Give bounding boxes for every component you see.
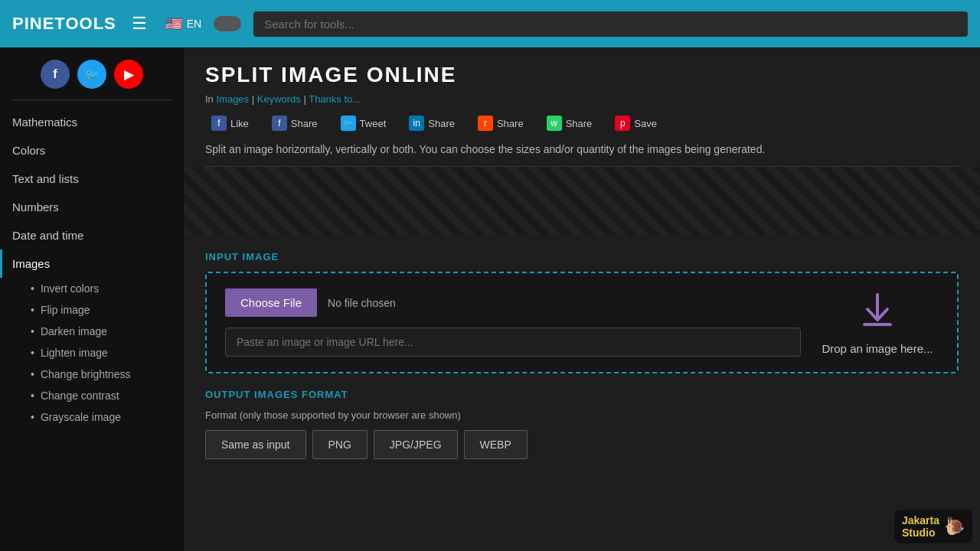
jakarta-line2: Studio — [902, 527, 939, 539]
share-reddit-label: Share — [497, 118, 524, 129]
share-linkedin[interactable]: in Share — [403, 112, 461, 134]
main-layout: f 🐦 ▶ Mathematics Colors Text and lists … — [0, 47, 980, 551]
breadcrumb-images-link[interactable]: Images — [216, 93, 249, 105]
logo-pine: PINE — [12, 14, 54, 33]
share-pinterest-label: Save — [634, 118, 657, 129]
logo[interactable]: PINETOOLS — [12, 14, 116, 34]
sidebar-item-images[interactable]: Images — [0, 249, 184, 278]
whatsapp-share-icon: w — [547, 116, 562, 131]
linkedin-share-icon: in — [409, 116, 424, 131]
sidebar-item-colors[interactable]: Colors — [0, 136, 184, 165]
breadcrumb: In Images | Keywords | Thanks to... — [205, 93, 959, 105]
format-description: Format (only those supported by your bro… — [205, 409, 959, 421]
sidebar-item-grayscale[interactable]: Grayscale image — [18, 406, 184, 428]
sidebar-item-flip-image[interactable]: Flip image — [18, 299, 184, 321]
share-whatsapp-label: Share — [566, 118, 593, 129]
reddit-share-icon: r — [478, 116, 493, 131]
drop-text-label: Drop an image here... — [822, 342, 933, 355]
share-facebook-share[interactable]: f Share — [266, 112, 324, 134]
jakarta-studio-badge: Jakarta Studio 🐌 — [894, 510, 972, 543]
sidebar-item-lighten-image[interactable]: Lighten image — [18, 342, 184, 364]
lang-label: EN — [187, 18, 201, 30]
share-bar: f Like f Share 🐦 Tweet in Share r Share … — [205, 112, 959, 134]
sidebar-item-change-contrast[interactable]: Change contrast — [18, 385, 184, 406]
sidebar-images-submenu: Invert colors Flip image Darken image Li… — [0, 278, 184, 428]
sidebar-item-date-time[interactable]: Date and time — [0, 221, 184, 249]
hamburger-icon[interactable]: ☰ — [132, 14, 147, 34]
drop-arrow-icon — [858, 291, 897, 336]
sidebar-item-change-brightness[interactable]: Change brightness — [18, 364, 184, 385]
twitter-icon[interactable]: 🐦 — [77, 60, 106, 89]
format-webp[interactable]: WEBP — [464, 430, 528, 459]
share-facebook-share-label: Share — [291, 118, 318, 129]
search-input[interactable] — [253, 11, 968, 37]
share-facebook-like-label: Like — [230, 118, 249, 129]
share-facebook-like[interactable]: f Like — [205, 112, 255, 134]
pinterest-share-icon: p — [615, 116, 630, 131]
sidebar-item-numbers[interactable]: Numbers — [0, 193, 184, 221]
language-selector[interactable]: 🇺🇸 EN — [165, 15, 201, 32]
jakarta-line1: Jakarta — [902, 514, 939, 527]
social-icons: f 🐦 ▶ — [0, 60, 184, 89]
sidebar-divider — [12, 99, 172, 100]
format-png[interactable]: PNG — [312, 430, 368, 459]
share-twitter-label: Tweet — [360, 118, 387, 129]
share-reddit[interactable]: r Share — [472, 112, 530, 134]
choose-file-button[interactable]: Choose File — [225, 289, 317, 317]
breadcrumb-in: In — [205, 93, 214, 105]
breadcrumb-keywords-link[interactable]: Keywords — [257, 93, 301, 105]
breadcrumb-thanks-link[interactable]: Thanks to... — [309, 93, 361, 105]
format-same-as-input[interactable]: Same as input — [205, 430, 306, 459]
jakarta-snail-icon: 🐌 — [944, 517, 965, 536]
logo-tools: TOOLS — [54, 14, 116, 33]
upload-left-panel: Choose File No file chosen — [225, 289, 801, 357]
input-section-title: INPUT IMAGE — [205, 251, 959, 262]
ad-banner — [184, 167, 980, 236]
paste-url-input[interactable] — [225, 328, 801, 357]
drop-zone[interactable]: Drop an image here... — [816, 291, 939, 355]
page-title: SPLIT IMAGE ONLINE — [205, 63, 959, 87]
breadcrumb-sep1: | — [252, 93, 257, 105]
output-section-title: OUTPUT IMAGES FORMAT — [205, 389, 959, 400]
header: PINETOOLS ☰ 🇺🇸 EN — [0, 0, 980, 47]
youtube-icon[interactable]: ▶ — [114, 60, 143, 89]
file-row: Choose File No file chosen — [225, 289, 801, 317]
sidebar: f 🐦 ▶ Mathematics Colors Text and lists … — [0, 47, 184, 551]
sidebar-item-darken-image[interactable]: Darken image — [18, 321, 184, 342]
flag-icon: 🇺🇸 — [165, 15, 182, 32]
facebook-share-icon: f — [272, 116, 287, 131]
format-jpg[interactable]: JPG/JPEG — [374, 430, 458, 459]
facebook-icon[interactable]: f — [41, 60, 70, 89]
share-pinterest[interactable]: p Save — [609, 112, 663, 134]
twitter-share-icon: 🐦 — [341, 116, 356, 131]
share-twitter[interactable]: 🐦 Tweet — [335, 112, 393, 134]
dark-mode-toggle[interactable] — [214, 16, 241, 31]
format-buttons-row: Same as input PNG JPG/JPEG WEBP — [205, 430, 959, 459]
facebook-like-icon: f — [211, 116, 227, 131]
upload-area: Choose File No file chosen Drop an image… — [205, 272, 959, 373]
no-file-label: No file chosen — [328, 297, 396, 309]
share-whatsapp[interactable]: w Share — [541, 112, 599, 134]
sidebar-item-text-lists[interactable]: Text and lists — [0, 165, 184, 193]
sidebar-item-invert-colors[interactable]: Invert colors — [18, 278, 184, 299]
share-linkedin-label: Share — [428, 118, 455, 129]
content-area: SPLIT IMAGE ONLINE In Images | Keywords … — [184, 47, 980, 551]
sidebar-item-mathematics[interactable]: Mathematics — [0, 108, 184, 136]
jakarta-text: Jakarta Studio — [902, 514, 939, 539]
description-text: Split an image horizontally, vertically … — [205, 143, 959, 167]
